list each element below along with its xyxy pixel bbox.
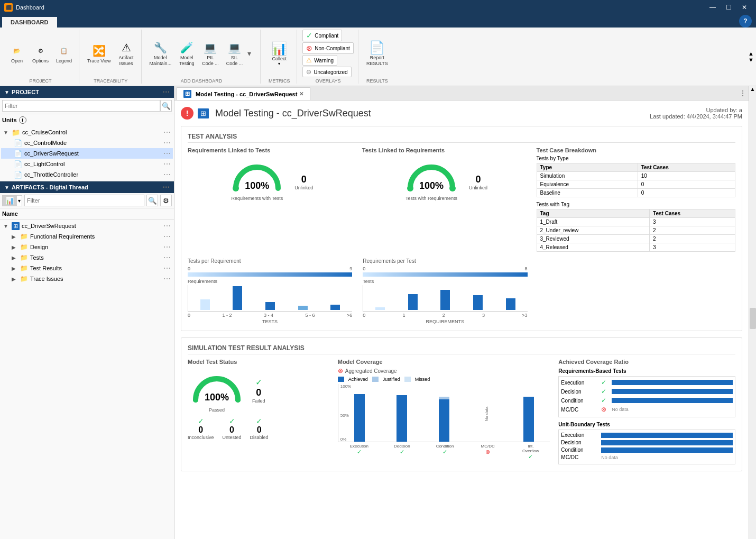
artifact-item-cc-driverswrequest[interactable]: ▼ ⊞ cc_DriverSwRequest ⋯ (1, 221, 173, 231)
sil-code-button[interactable]: 💻 SIL Code ... (224, 39, 246, 68)
test-analysis-section: TEST ANALYSIS Requirements Linked to Tes… (181, 126, 742, 331)
tree-item-cc-cruisecontrol[interactable]: ▼ 📁 cc_CruiseControl ⋯ (1, 127, 173, 138)
coverage-warning-icon: ⊗ (338, 367, 343, 374)
tree-toggle-cc-cruisecontrol[interactable]: ▼ (3, 130, 10, 135)
tests-by-type-col-type: Type (537, 163, 638, 172)
tree-item-cc-driverswrequest[interactable]: 📄 cc_DriverSwRequest ⋯ (1, 148, 173, 159)
tree-item-cc-lightcontrol[interactable]: 📄 cc_LightControl ⋯ (1, 159, 173, 169)
open-button[interactable]: 📂 Open (6, 42, 27, 65)
legend-button[interactable]: 📋 Legend (53, 42, 75, 65)
file-icon-cc-lightcontrol: 📄 (14, 160, 22, 168)
tree-item-cc-throttlecontroller[interactable]: 📄 cc_ThrottleController ⋯ (1, 169, 173, 180)
artifact-toggle-tests[interactable]: ▶ (12, 255, 18, 261)
cc-driverswrequest-menu[interactable]: ⋯ (163, 149, 171, 158)
cc-cruisecontrol-menu[interactable]: ⋯ (163, 128, 171, 136)
compliant-overlay-button[interactable]: ✓ Compliant (302, 30, 342, 41)
cov-col-execution (340, 394, 379, 442)
artifacts-collapse-icon[interactable]: ▼ (4, 185, 10, 190)
tests-linked-pct: 100% (419, 180, 444, 191)
artifacts-toolbar: 📊 ▾ 🔍 ⚙ (0, 193, 174, 208)
tag-4released: 4_Released (537, 243, 650, 252)
project-collapse-icon[interactable]: ▼ (4, 89, 10, 95)
options-button[interactable]: ⚙ Options (30, 42, 51, 65)
non-compliant-overlay-button[interactable]: ⊗ Non-Compliant (302, 42, 354, 54)
artifact-issues-button[interactable]: ⚠ Artifact Issues (116, 39, 137, 68)
cc-lightcontrol-menu[interactable]: ⋯ (163, 160, 171, 168)
tree-label-cc-driverswrequest: cc_DriverSwRequest (24, 150, 79, 157)
rpt-bar-item-2 (440, 290, 450, 310)
compliant-label: Compliant (315, 33, 338, 39)
model-testing-button[interactable]: 🧪 Model Testing (176, 39, 197, 68)
tab-model-testing[interactable]: ⊞ Model Testing - cc_DriverSwRequest ✕ (177, 87, 310, 100)
artifact-toggle-test-results[interactable]: ▶ (12, 266, 18, 271)
chart-view-button[interactable]: 📊 (3, 196, 17, 206)
artifact-label-cc-driverswrequest: cc_DriverSwRequest (22, 223, 76, 229)
trace-view-icon: 🔀 (91, 43, 106, 58)
legend-icon: 📋 (57, 43, 71, 58)
trace-view-button[interactable]: 🔀 Trace View (85, 42, 114, 65)
page-title-row: ! ⊞ Model Testing - cc_DriverSwRequest (181, 107, 371, 120)
uncategorized-overlay-button[interactable]: ⊖ Uncategorized (302, 67, 351, 77)
artifact-toggle-cc-driverswrequest[interactable]: ▼ (3, 223, 10, 229)
design-menu[interactable]: ⋯ (163, 243, 171, 251)
artifact-item-tests[interactable]: ▶ 📁 Tests ⋯ (1, 252, 173, 263)
artifact-item-test-results[interactable]: ▶ 📁 Test Results ⋯ (1, 263, 173, 273)
tab-bar-menu[interactable]: ⋮ (739, 89, 746, 97)
maximize-button[interactable]: ☐ (721, 0, 736, 15)
units-info-button[interactable]: i (19, 116, 26, 124)
uncategorized-label: Uncategorized (314, 69, 347, 75)
cc-controlmode-menu[interactable]: ⋯ (163, 139, 171, 147)
view-selector[interactable]: 📊 ▾ (2, 195, 22, 206)
view-dropdown-arrow[interactable]: ▾ (17, 198, 22, 204)
req-linked-unlinked: 0 Unlinked (294, 174, 313, 190)
cc-throttlecontroller-menu[interactable]: ⋯ (163, 170, 171, 179)
folder-icon-trace-issues: 📁 (20, 275, 28, 282)
artifact-item-functional-req[interactable]: ▶ 📁 Functional Requirements ⋯ (1, 231, 173, 242)
pil-code-button[interactable]: 💻 PIL Code ... (199, 39, 222, 68)
legend-missed-box (404, 377, 411, 382)
artifacts-settings-button[interactable]: ⚙ (160, 195, 172, 206)
report-button[interactable]: 📄 Report RESULTS (364, 39, 391, 68)
cases-equivalence: 0 (638, 180, 735, 189)
ribbon-scroll-right[interactable]: ▲▼ (748, 30, 754, 84)
cov-check-execution-req: ✓ (601, 379, 609, 386)
project-filter-input[interactable] (2, 100, 160, 112)
model-maintain-button[interactable]: 🔧 Model Maintain... (147, 39, 174, 68)
app-icon: ⬛ (4, 3, 13, 12)
artifact-toggle-trace-issues[interactable]: ▶ (12, 276, 18, 282)
collect-button[interactable]: 📊 Collect ▾ (266, 40, 292, 68)
artifact-toggle-functional-req[interactable]: ▶ (12, 234, 18, 240)
folder-icon-functional-req: 📁 (20, 233, 28, 240)
tests-by-type-col-cases: Test Cases (638, 163, 735, 172)
tests-menu[interactable]: ⋯ (163, 253, 171, 262)
artifact-item-trace-issues[interactable]: ▶ 📁 Trace Issues ⋯ (1, 273, 173, 284)
tab-close-button[interactable]: ✕ (299, 91, 303, 97)
xicon-intoverflow: ✓ (528, 453, 533, 460)
bar-label-3-4: 3 - 4 (264, 313, 273, 318)
scrollbar-up[interactable]: ▲ (750, 86, 755, 92)
artifacts-filter-button[interactable]: 🔍 (146, 195, 158, 206)
bar-1-2 (222, 286, 254, 310)
warning-overlay-button[interactable]: ⚠ Warning (302, 55, 337, 66)
ribbon-help-button[interactable]: ? (739, 15, 752, 28)
minimize-button[interactable]: — (705, 0, 720, 15)
more-button[interactable]: ▾ (247, 49, 256, 58)
tree-item-cc-controlmode[interactable]: 📄 cc_ControlMode ⋯ (1, 138, 173, 148)
artifact-item-design[interactable]: ▶ 📁 Design ⋯ (1, 242, 173, 252)
tag-3reviewed: 3_Reviewed (537, 235, 650, 243)
file-icon-cc-driverswrequest: 📄 (14, 150, 22, 158)
close-button[interactable]: ✕ (737, 0, 752, 15)
tests-with-tag-table: Tag Test Cases 1_Draft 3 2_Und (537, 209, 736, 252)
artifact-cc-driverswrequest-menu[interactable]: ⋯ (163, 222, 171, 230)
test-results-menu[interactable]: ⋯ (163, 264, 171, 272)
right-scrollbar[interactable]: ▲ ▼ (749, 86, 756, 539)
trace-issues-menu[interactable]: ⋯ (163, 275, 171, 283)
artifacts-filter-input[interactable] (24, 195, 144, 206)
functional-req-menu[interactable]: ⋯ (163, 232, 171, 241)
artifact-toggle-design[interactable]: ▶ (12, 244, 18, 250)
scrollbar-thumb[interactable] (750, 308, 756, 329)
project-menu-button[interactable]: ⋯ (162, 88, 170, 96)
artifacts-menu-button[interactable]: ⋯ (162, 183, 170, 191)
ribbon-tab-dashboard[interactable]: DASHBOARD (2, 17, 57, 28)
project-filter-button[interactable]: 🔍 (160, 100, 172, 112)
